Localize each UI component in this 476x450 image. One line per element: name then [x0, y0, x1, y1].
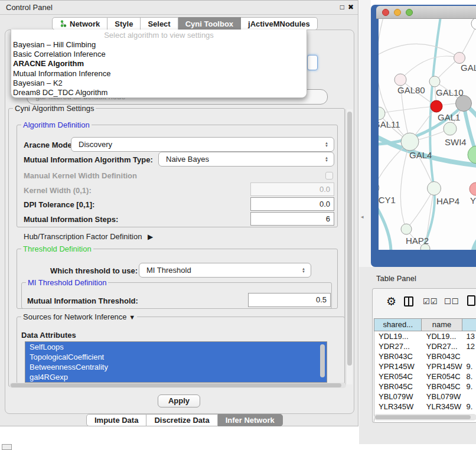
settings-vertical-scrollbar[interactable]	[345, 109, 353, 384]
table-horizontal-scrollbar[interactable]	[374, 414, 476, 420]
gear-icon[interactable]: ⚙	[386, 295, 396, 308]
unchecked-boxes-icon[interactable]: ☐☐	[444, 297, 459, 306]
network-node[interactable]	[379, 107, 385, 120]
data-attribute-item[interactable]: BetweennessCentrality	[25, 362, 327, 372]
document-icon[interactable]	[467, 295, 475, 306]
table-cell: YBL079W	[374, 392, 422, 402]
network-node[interactable]	[470, 182, 476, 195]
minimize-traffic-light-icon[interactable]	[394, 9, 401, 16]
network-node[interactable]	[431, 100, 442, 112]
network-node[interactable]	[468, 146, 476, 164]
algorithm-option[interactable]: Basic Correlation Inference	[11, 50, 307, 59]
column-header-name[interactable]: name	[422, 318, 462, 331]
node-label: GAL4	[409, 150, 432, 160]
data-attribute-item[interactable]: gal4RGexp	[25, 372, 327, 382]
algorithm-option[interactable]: Bayesian – Hill Climbing	[11, 40, 307, 50]
table-row[interactable]: YBR043CYBR043C	[374, 351, 476, 361]
table-row[interactable]: YPR145WYPR145W9.	[374, 361, 476, 371]
manual-kernel-width-checkbox[interactable]	[325, 172, 333, 180]
network-node[interactable]	[379, 182, 379, 194]
table-row[interactable]: YDL19...YDL19...13	[374, 331, 476, 341]
network-edge[interactable]	[379, 106, 436, 113]
table-cell: YER054C	[374, 371, 422, 381]
list-scrollbar[interactable]	[320, 344, 325, 377]
settings-horizontal-scrollbar[interactable]	[9, 383, 346, 388]
column-header-clipped[interactable]	[462, 318, 476, 331]
network-node[interactable]	[456, 96, 472, 112]
expanded-arrow-icon[interactable]: ▼	[129, 314, 135, 321]
algorithm-dropdown-list: Bayesian – Hill ClimbingBasic Correlatio…	[11, 40, 307, 97]
network-edge[interactable]	[406, 188, 434, 229]
network-node[interactable]	[444, 122, 457, 135]
algorithm-option[interactable]: Dream8 DC_TDC Algorithm	[11, 88, 307, 97]
mi-threshold-field[interactable]: 0.5	[248, 293, 331, 307]
tab-style[interactable]: Style	[107, 17, 141, 30]
table-row[interactable]: YBR045CYBR045C9.	[374, 381, 476, 392]
tab-select[interactable]: Select	[141, 17, 178, 30]
algorithm-option[interactable]: ARACNE Algorithm	[11, 59, 307, 69]
table-row[interactable]: YDR27...YDR27...12	[374, 341, 476, 351]
network-node[interactable]	[395, 74, 406, 86]
network-edge[interactable]	[400, 142, 410, 229]
sources-title[interactable]: Sources for Network Inference ▼	[21, 312, 137, 321]
tab-impute-data[interactable]: Impute Data	[86, 414, 146, 426]
node-label: Y	[470, 195, 476, 206]
float-window-icon[interactable]: □	[340, 3, 344, 11]
table-row[interactable]: YER054CYER054C8.	[374, 371, 476, 381]
attr-items: SelfLoopsTopologicalCoefficientBetweenne…	[25, 342, 327, 382]
tab-cyni-toolbox-label: Cyni Toolbox	[185, 19, 233, 28]
checked-boxes-icon[interactable]: ☑☑	[423, 297, 438, 306]
mi-algorithm-type-combobox[interactable]: Naive Bayes ▲▼	[158, 152, 334, 167]
mi-steps-field[interactable]: 6	[250, 212, 334, 226]
sources-title-label: Sources for Network Inference	[23, 312, 127, 321]
data-attribute-item[interactable]: SelfLoops	[25, 342, 327, 352]
network-edge[interactable]	[400, 56, 459, 80]
network-view-window[interactable]: GALGAL80GAL10GAL1GAL11SWI4GAL4GCY1HAP4YH…	[371, 5, 476, 267]
network-node[interactable]	[429, 76, 440, 87]
table-cell: YBR045C	[374, 381, 422, 392]
network-edge[interactable]	[379, 131, 476, 167]
network-node[interactable]	[401, 224, 412, 234]
split-view-icon[interactable]	[404, 296, 413, 306]
zoom-traffic-light-icon[interactable]	[406, 9, 413, 16]
tab-network-label: Network	[70, 19, 100, 28]
column-header-shared[interactable]: shared...	[374, 318, 422, 331]
aracne-mode-label: Aracne Mode:	[24, 141, 74, 149]
hub-definition-toggle[interactable]: Hub/Transcription Factor Definition ▶	[24, 232, 153, 241]
network-node[interactable]	[428, 182, 441, 195]
kernel-width-field[interactable]: 0.0	[250, 182, 334, 196]
bottom-left-panel-icon[interactable]	[2, 444, 12, 450]
table-row[interactable]: YBL079WYBL079W	[374, 392, 476, 402]
tab-jactivemnodules[interactable]: jActiveMNodules	[241, 17, 318, 30]
combobox-stepper-icon: ▲▼	[322, 156, 334, 162]
tab-discretize-data[interactable]: Discretize Data	[146, 414, 217, 426]
mi-threshold-definition-title: MI Threshold Definition	[26, 278, 108, 287]
close-traffic-light-icon[interactable]	[382, 9, 389, 16]
network-node[interactable]	[401, 133, 419, 151]
close-window-icon[interactable]: ✖	[348, 3, 354, 11]
mi-type-label: Mutual Information Algorithm Type:	[24, 155, 153, 164]
which-threshold-combobox[interactable]: MI Threshold ▲▼	[139, 263, 311, 278]
data-attribute-item[interactable]: TopologicalCoefficient	[25, 352, 327, 362]
table-cell: YDR27...	[374, 341, 422, 351]
tab-cyni-toolbox[interactable]: Cyni Toolbox	[178, 17, 241, 30]
aracne-mode-combobox[interactable]: Discovery ▲▼	[71, 137, 334, 152]
dpi-tolerance-field[interactable]: 0.0	[250, 197, 334, 211]
network-canvas[interactable]: GALGAL80GAL10GAL1GAL11SWI4GAL4GCY1HAP4YH…	[379, 19, 476, 250]
apply-button[interactable]: Apply	[158, 394, 200, 407]
network-node[interactable]	[471, 19, 476, 30]
tab-select-label: Select	[148, 19, 170, 28]
table-row[interactable]: YLR345WYLR345W9.	[374, 402, 476, 412]
algorithm-option[interactable]: Bayesian – K2	[11, 79, 307, 88]
tab-infer-network[interactable]: Infer Network	[218, 414, 283, 426]
tab-network[interactable]: Network	[52, 17, 107, 30]
data-attributes-list[interactable]: SelfLoopsTopologicalCoefficientBetweenne…	[25, 341, 327, 383]
algorithm-option[interactable]: Mutual Information Inference	[11, 69, 307, 79]
aracne-mode-value: Discovery	[71, 140, 322, 149]
network-node[interactable]	[454, 53, 465, 64]
collapsed-arrow-icon[interactable]: ▶	[144, 233, 153, 241]
panel-splitter[interactable]	[359, 0, 371, 267]
focused-combobox-stepper[interactable]	[307, 55, 318, 70]
network-window-titlebar[interactable]	[376, 6, 476, 19]
splitter-collapse-icon[interactable]: ◂	[361, 214, 364, 220]
